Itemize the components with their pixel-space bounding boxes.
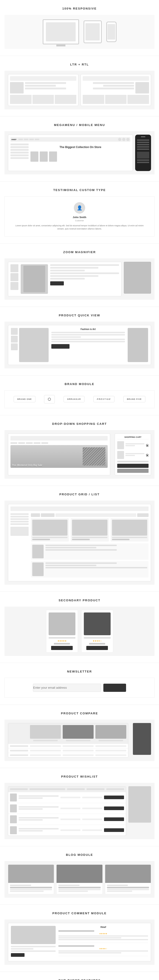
wi-price2 <box>60 808 80 809</box>
quickview-main-img <box>19 328 49 362</box>
compare-pname1 <box>33 740 58 741</box>
megamenu-body: The Biggest Collection On Store <box>30 143 130 162</box>
wi-action2[interactable] <box>104 807 124 810</box>
ltr-row1 <box>25 82 66 84</box>
secondary-product2: ★★★★☆ <box>81 610 113 652</box>
compare-pname2 <box>66 740 91 741</box>
li1-line2 <box>45 547 96 548</box>
testimonial-avatar: 👤 <box>74 202 85 213</box>
megamenu-title: MEGAMENU / MOBILE MENU <box>5 123 154 127</box>
rtl-row2 <box>103 85 134 87</box>
wi-stock4 <box>82 829 102 831</box>
compare-col1 <box>30 725 61 742</box>
cart-item1: ✕ <box>117 441 149 449</box>
wi-price3 <box>60 819 80 820</box>
features-section: OUR THEME FEATURES 𝔽 Prestashop Compatib… <box>0 972 159 980</box>
cart-item2-img <box>117 451 124 459</box>
wi-stock3 <box>82 819 102 820</box>
brand-logo2[interactable]: ⬡ <box>44 395 55 404</box>
list-item2 <box>31 561 149 578</box>
sec-btn1[interactable] <box>51 646 72 650</box>
cart-checkout-btn[interactable] <box>117 464 149 468</box>
comment-right: Hmef ★★★★★ ★★★★☆ <box>58 926 148 958</box>
testimonial-text: Lorem ipsum dolor sit amet, consectetur … <box>14 224 145 231</box>
megamenu-section: MEGAMENU / MOBILE MENU HMEF <box>0 116 159 181</box>
comment-product-title: Hmef <box>58 926 148 928</box>
wi-action3[interactable] <box>104 818 124 821</box>
cart-viewcart-btn[interactable] <box>117 469 149 473</box>
blog-excerpt1 <box>10 889 52 890</box>
sec-btn2[interactable] <box>86 646 108 650</box>
megamenu-product-row <box>30 151 130 162</box>
zoom-thumbnails <box>10 264 18 294</box>
qv-add-cart-btn[interactable] <box>51 344 70 348</box>
cart-item1-line2 <box>126 445 135 446</box>
wishlist-row3 <box>8 814 126 825</box>
newsletter-input[interactable] <box>33 684 101 692</box>
wi-info1 <box>19 795 59 799</box>
responsive-section: 100% RESPONSIVE <box>0 0 159 56</box>
megamenu-content-area: The Biggest Collection On Store <box>10 143 130 162</box>
compare-cell21 <box>30 750 61 751</box>
quickview-info: Fashion is Art <box>51 328 125 362</box>
wishlist-title: PRODUCT WISHLIST <box>5 775 154 778</box>
phone-line2 <box>137 142 149 143</box>
rtl-row3 <box>93 88 134 89</box>
grid-img1 <box>32 520 67 536</box>
qv-thumb2 <box>11 336 18 342</box>
ltr-rtl-title: LTR + RTL <box>5 63 154 66</box>
blog-post-title1 <box>10 887 52 888</box>
phone-line1 <box>137 139 149 141</box>
wishlist-row2 <box>8 803 126 814</box>
list-view <box>31 543 149 578</box>
compare-label3 <box>10 754 28 756</box>
megamenu-sidebar <box>10 143 29 162</box>
cart-item1-remove[interactable]: ✕ <box>146 444 149 447</box>
newsletter-submit-btn[interactable] <box>103 684 126 692</box>
cart-layout: This Weekend Only Big Sale SHOPPING CART… <box>5 430 154 479</box>
comment-text2a <box>58 950 148 951</box>
qv-thumb1 <box>11 328 18 335</box>
wishlist-right-img <box>128 786 151 822</box>
secondary-title: SECONDARY PRODUCT <box>5 598 154 602</box>
wi-action1[interactable] <box>104 795 124 799</box>
blog-post-title3 <box>107 887 149 888</box>
zoom-thumb3 <box>10 282 18 290</box>
compare-right-img <box>133 723 151 755</box>
comment-line1 <box>11 946 56 947</box>
blog-img1 <box>8 865 54 883</box>
comment-text1b <box>58 937 121 939</box>
cart-panel-title: SHOPPING CART <box>117 436 149 439</box>
zoom-detail1 <box>50 264 119 266</box>
rtl-header <box>83 76 149 81</box>
ltr-panel <box>8 74 78 106</box>
wi-stock2 <box>82 808 102 809</box>
compare-img1 <box>30 725 61 739</box>
list-info2 <box>45 562 147 576</box>
blog-excerpt1b <box>10 891 44 892</box>
wishlist-section: PRODUCT WISHLIST <box>0 768 159 846</box>
qv-line2 <box>51 334 125 336</box>
grid-price3 <box>112 539 130 540</box>
wi-thumb1 <box>10 794 17 802</box>
wi-iline4 <box>19 808 43 810</box>
secondary-container: ★★★★★ ★★★★☆ <box>5 606 154 656</box>
cart-striped-img <box>83 447 105 466</box>
testimonial-role: Customer <box>14 220 145 222</box>
comment-line2 <box>11 948 33 950</box>
comment-stars2: ★★★★☆ <box>58 948 148 950</box>
cart-item2-remove[interactable]: ✕ <box>146 453 149 456</box>
brand-logo3[interactable]: DRRAKKAR <box>64 396 84 402</box>
grid-sidebar3 <box>10 518 29 520</box>
brand-logo4[interactable]: PRESTIGE <box>93 396 115 402</box>
quickview-thumbs <box>11 328 18 362</box>
zoom-detail4 <box>50 272 119 274</box>
zoom-detail3 <box>50 270 85 271</box>
wi-action4[interactable] <box>104 828 124 832</box>
brand-logo1[interactable]: BRAND ONE <box>14 396 35 402</box>
comment-text2b <box>58 952 121 953</box>
sec-img2 <box>84 612 111 635</box>
brand-logo5[interactable]: BRAND FIVE <box>123 396 145 402</box>
comment-btn[interactable] <box>11 953 24 957</box>
brand-title: BRAND MODULE <box>5 382 154 386</box>
